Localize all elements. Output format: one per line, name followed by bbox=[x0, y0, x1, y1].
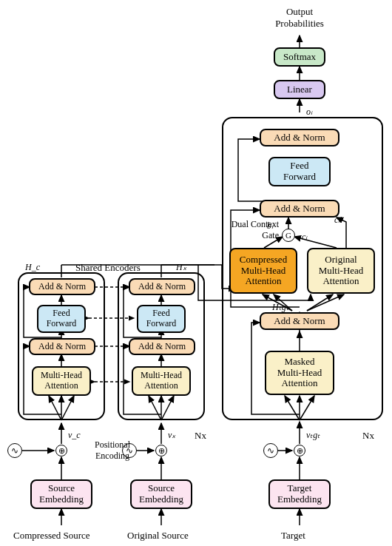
target-embedding-block: Target Embedding bbox=[268, 479, 331, 509]
enc1-addnorm1: Add & Norm bbox=[29, 338, 95, 355]
decoder-feedforward: Feed Forward bbox=[268, 157, 331, 186]
enc2-source-embedding: Source Embedding bbox=[130, 479, 192, 509]
oi-label: oᵢ bbox=[306, 107, 312, 118]
bi-label: bᵢ bbox=[267, 220, 273, 232]
decoder-addnorm3: Add & Norm bbox=[260, 129, 339, 146]
enc1-feedforward: Feed Forward bbox=[37, 305, 86, 333]
linear-block: Linear bbox=[274, 80, 325, 99]
original-mha-block: Original Multi-Head Attention bbox=[307, 248, 375, 294]
enc1-source-embedding: Source Embedding bbox=[30, 479, 92, 509]
positional-encoding-label: Positional Encoding bbox=[90, 439, 135, 462]
target-label: Target bbox=[281, 530, 305, 542]
ci-prime-label: cᵢ′ bbox=[334, 215, 342, 226]
htgt-label: Hₜgₜ bbox=[272, 302, 289, 313]
enc2-plus: ⊕ bbox=[155, 445, 167, 456]
vx-label: vₓ bbox=[168, 430, 175, 441]
decoder-pos-encoding-icon: ∿ bbox=[263, 443, 278, 458]
decoder-nx-label: Nx bbox=[362, 430, 374, 442]
hx-label: Hₓ bbox=[176, 262, 186, 273]
vtgt-label: vₜgₜ bbox=[306, 430, 320, 441]
enc1-pos-encoding-icon: ∿ bbox=[7, 443, 22, 458]
enc1-addnorm2: Add & Norm bbox=[29, 278, 95, 295]
ci-label: cᵢ bbox=[302, 232, 307, 243]
vc-label: v_c bbox=[68, 430, 81, 441]
enc1-plus: ⊕ bbox=[55, 445, 67, 456]
hc-label: H_c bbox=[25, 262, 40, 273]
softmax-block: Softmax bbox=[274, 47, 325, 67]
decoder-addnorm2: Add & Norm bbox=[260, 200, 339, 218]
enc2-feedforward: Feed Forward bbox=[137, 305, 186, 333]
encoder-nx-label: Nx bbox=[195, 430, 206, 442]
masked-mha-block: Masked Multi-Head Attention bbox=[265, 351, 334, 395]
decoder-addnorm1: Add & Norm bbox=[260, 312, 339, 330]
output-probabilities-label: Output Probabilities bbox=[266, 6, 333, 30]
gate-circle: G bbox=[282, 229, 295, 242]
enc1-mha: Multi-Head Attention bbox=[32, 366, 91, 396]
compressed-source-label: Compressed Source bbox=[13, 530, 90, 542]
enc2-addnorm2: Add & Norm bbox=[129, 278, 195, 295]
decoder-plus: ⊕ bbox=[294, 445, 305, 456]
enc2-mha: Multi-Head Attention bbox=[132, 366, 191, 396]
compressed-mha-block: Compressed Multi-Head Attention bbox=[229, 248, 297, 294]
original-source-label: Original Source bbox=[127, 530, 189, 542]
enc2-addnorm1: Add & Norm bbox=[129, 338, 195, 355]
